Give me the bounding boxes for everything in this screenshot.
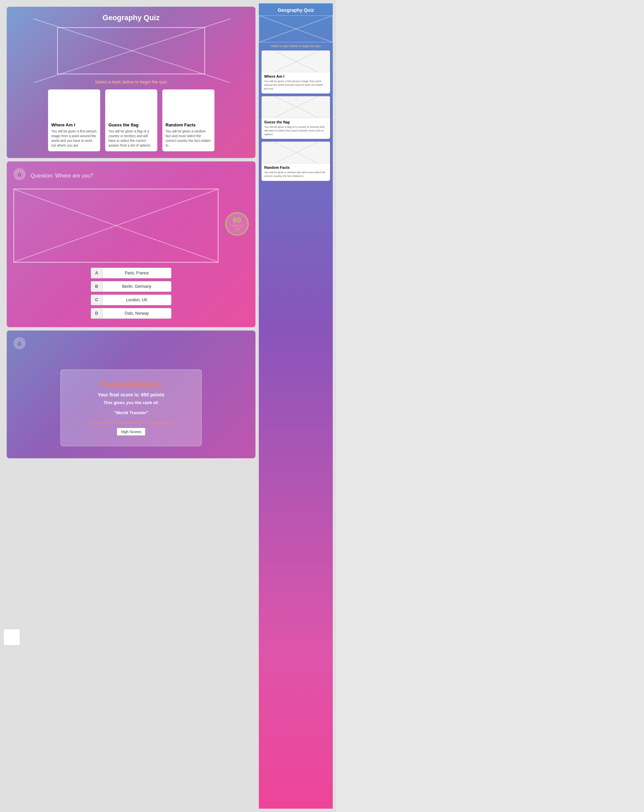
home-button-results[interactable]: ⌂	[14, 337, 26, 350]
timer-circle: 60 SecondsLeft	[225, 212, 249, 236]
topic-card-random-facts[interactable]: Random Facts You will be given a random …	[162, 89, 215, 151]
answer-d[interactable]: D Oslo, Norway	[91, 308, 171, 319]
home-icon: ⌂	[18, 171, 21, 178]
sidebar-card-desc-random-facts: You will be given a random fact and must…	[264, 171, 327, 178]
answer-c[interactable]: C London, UK	[91, 295, 171, 305]
question-text: Question: Where are you?	[30, 173, 93, 179]
card-desc-random-facts: You will be given a random fact and must…	[166, 129, 211, 148]
screen-question: ⌂ Question: Where are you? 60 SecondsLef…	[7, 162, 256, 327]
answer-b[interactable]: B Berlin, Germany	[91, 281, 171, 292]
leaderboard-text: Check and see if you made it on to our l…	[74, 420, 188, 424]
card-title-guess-the-flag: Guess the flag	[108, 122, 154, 127]
answer-a[interactable]: A Paris, France	[91, 268, 171, 278]
answer-a-letter: A	[91, 268, 102, 278]
screen-topic-selection: Geography Quiz Select a topic below to b…	[7, 7, 256, 158]
home-button[interactable]: ⌂	[14, 168, 26, 180]
sidebar-subtitle: Select a topic below to begin the quiz	[259, 42, 333, 50]
card-title-random-facts: Random Facts	[166, 122, 211, 127]
card-image-guess-the-flag	[105, 89, 157, 120]
answer-a-text: Paris, France	[102, 268, 171, 278]
sidebar-card-title-guess-the-flag: Guess the flag	[264, 120, 327, 124]
answers-list: A Paris, France B Berlin, Germany C Lond…	[14, 268, 249, 319]
home-icon-results: ⌂	[18, 340, 21, 347]
sidebar-card-title-random-facts: Random Facts	[264, 165, 327, 169]
answer-d-text: Oslo, Norway	[102, 308, 171, 318]
sidebar-title: Geography Quiz	[259, 3, 333, 15]
main-content: Geography Quiz Select a topic below to b…	[3, 3, 259, 809]
answer-d-letter: D	[91, 308, 102, 318]
timer-label: SecondsLeft	[231, 224, 243, 231]
card-title-where-am-i: Where Am I	[52, 122, 97, 127]
screen1-title: Geography Quiz	[14, 14, 249, 22]
answer-c-letter: C	[91, 295, 102, 305]
sidebar-main: Geography Quiz Select a topic below to b…	[259, 3, 333, 809]
sidebar: Geography Quiz Select a topic below to b…	[259, 3, 333, 809]
hero-image	[57, 27, 205, 74]
topic-cards: Where Am I You will be given a first per…	[14, 89, 249, 151]
sidebar-card-img-guess-the-flag	[262, 96, 330, 118]
congrats-title: Congratulations!!	[74, 380, 188, 389]
card-desc-where-am-i: You will be given a first person image f…	[52, 129, 97, 148]
sidebar-card-img-where-am-i	[262, 50, 330, 72]
sidebar-card-title-where-am-i: Where Am I	[264, 74, 327, 78]
sidebar-card-where-am-i[interactable]: Where Am I You will be given a first per…	[262, 50, 330, 93]
card-image-random-facts	[162, 89, 215, 120]
timer-number: 60	[233, 217, 241, 224]
card-image-where-am-i	[48, 89, 100, 120]
question-image	[14, 189, 218, 263]
sidebar-card-img-random-facts	[262, 142, 330, 163]
answer-c-text: London, UK	[102, 295, 171, 305]
rank-line: This gives you the rank of:	[74, 400, 188, 405]
results-card: Congratulations!! Your final score is: 6…	[61, 369, 202, 446]
small-square-decoration	[3, 629, 20, 646]
topic-card-where-am-i[interactable]: Where Am I You will be given a first per…	[48, 89, 100, 151]
card-desc-guess-the-flag: You will be given a flag of a country or…	[108, 129, 154, 148]
topic-card-guess-the-flag[interactable]: Guess the flag You will be given a flag …	[105, 89, 157, 151]
sidebar-hero-image	[259, 15, 333, 42]
question-header: ⌂ Question: Where are you?	[14, 168, 249, 183]
screen-results: ⌂ Congratulations!! Your final score is:…	[7, 331, 256, 458]
sidebar-card-desc-where-am-i: You will be given a first person image f…	[264, 79, 327, 91]
score-text: Your final score is: 650 points	[74, 392, 188, 397]
rank-value: "World Traveler"	[74, 410, 188, 415]
screen1-subtitle: Select a topic below to begin the quiz	[14, 79, 249, 84]
sidebar-card-desc-guess-the-flag: You will be given a flag of a country or…	[264, 125, 327, 136]
sidebar-card-random-facts[interactable]: Random Facts You will be given a random …	[262, 142, 330, 180]
answer-b-text: Berlin, Germany	[102, 281, 171, 292]
question-body: 60 SecondsLeft	[14, 189, 249, 263]
high-scores-button[interactable]: High Scores	[117, 428, 146, 436]
sidebar-card-guess-the-flag[interactable]: Guess the flag You will be given a flag …	[262, 96, 330, 139]
answer-b-letter: B	[91, 281, 102, 292]
